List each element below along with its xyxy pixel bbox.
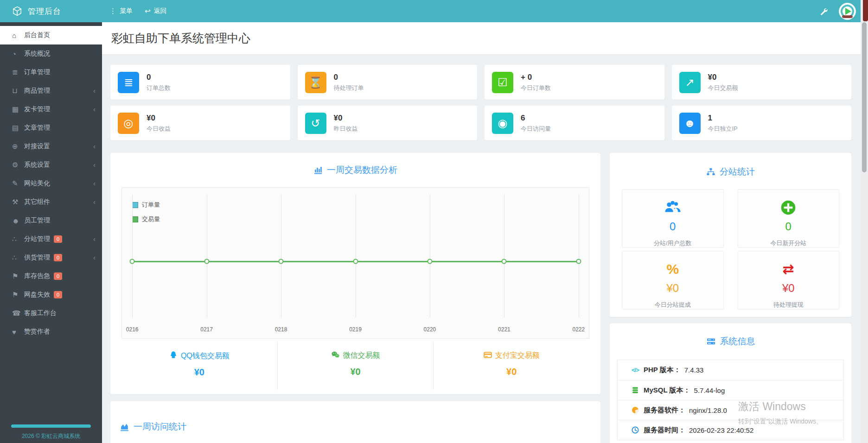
substation-value: 0: [622, 220, 723, 233]
sidebar-item-15[interactable]: ⚑网盘失效0: [0, 285, 102, 304]
sidebar-item-16[interactable]: ☎客服工作台: [0, 304, 102, 323]
sysinfo-value: 2026-02-23 22:40:52: [689, 426, 753, 434]
stat-text: ¥0今日交易额: [708, 73, 738, 92]
substation-title: 分站统计: [610, 166, 851, 178]
chart-legend: 订单量交易量: [132, 201, 160, 229]
gauge-icon: ◔: [12, 50, 24, 58]
sidebar-item-7[interactable]: ⊕对接设置‹: [0, 137, 102, 156]
sysinfo-row-3: 服务器软件：nginx/1.28.0: [618, 400, 843, 420]
payment-value: ¥0: [121, 367, 277, 378]
sysinfo-row-1: </>PHP 版本：7.4.33: [618, 360, 843, 380]
payment-title: 微信交易额: [331, 351, 380, 361]
payment-summary-row: QQ钱包交易额¥0微信交易额¥0支付宝交易额¥0: [121, 342, 589, 390]
scrollbar-thumb[interactable]: [862, 22, 867, 172]
visits-chart-title: 一周访问统计: [120, 421, 600, 433]
sidebar-item-9[interactable]: ✎网站美化‹: [0, 174, 102, 193]
server-software-icon: [632, 406, 644, 414]
sidebar-item-label: 员工管理: [24, 216, 50, 225]
sidebar-item-5[interactable]: ▦发卡管理‹: [0, 100, 102, 119]
wrench-icon[interactable]: [820, 7, 828, 15]
payment-label: 微信交易额: [343, 351, 380, 361]
payment-label: QQ钱包交易额: [181, 351, 230, 361]
home-icon: ⌂: [12, 32, 24, 39]
stat-card-2: ⌛0待处理订单: [298, 65, 478, 100]
data-point-marker: [130, 259, 135, 264]
chevron-left-icon: ‹: [93, 143, 96, 150]
substation-label: 待处理提现: [738, 301, 839, 309]
clock-icon: [632, 426, 644, 434]
stat-value: ¥0: [147, 114, 171, 123]
legend-swatch: [132, 216, 138, 222]
sidebar-item-14[interactable]: ⚑库存告急0: [0, 267, 102, 285]
chart-gridline: [356, 194, 356, 318]
exchange-icon: ⇄: [738, 260, 839, 278]
stat-text: 1今日独立IP: [708, 114, 738, 133]
sidebar-item-12[interactable]: ∴分站管理0‹: [0, 230, 102, 248]
sidebar-item-label: 商品管理: [24, 87, 50, 95]
menu-button[interactable]: ⋮ 菜单: [109, 7, 133, 15]
trade-chart-title-text: 一周交易数据分析: [327, 164, 397, 176]
stat-value: 1: [708, 114, 738, 123]
sidebar-item-4[interactable]: ⊔商品管理‹: [0, 82, 102, 100]
substation-box-4: ⇄¥0待处理提现: [738, 251, 840, 310]
heart-icon: ♥: [12, 328, 24, 336]
cube-logo-icon: [12, 6, 22, 16]
stat-label: 待处理订单: [334, 84, 364, 92]
sitemap-icon: ∴: [12, 235, 24, 243]
sidebar-item-11[interactable]: ☻员工管理: [0, 211, 102, 230]
sysinfo-row-2: MySQL 版本：5.7.44-log: [618, 380, 843, 400]
sidebar-item-label: 发卡管理: [24, 105, 50, 114]
sysinfo-value: nginx/1.28.0: [689, 406, 727, 414]
sysinfo-label: PHP 版本：: [644, 366, 681, 374]
legend-item: 交易量: [132, 215, 160, 223]
stat-text: ¥0昨日收益: [334, 114, 358, 133]
sidebar-item-label: 库存告急: [24, 272, 50, 280]
sidebar-item-6[interactable]: ▤文章管理: [0, 119, 102, 137]
sysinfo-value: 5.7.44-log: [694, 386, 725, 394]
trend-chart-icon: ↗: [679, 72, 701, 93]
sysinfo-label: 服务器时间：: [644, 426, 685, 435]
stat-label: 订单总数: [147, 84, 171, 92]
qq-icon: [169, 351, 178, 361]
stat-value: 0: [147, 73, 171, 82]
sysinfo-label: MySQL 版本：: [644, 386, 690, 395]
substation-value: 0: [738, 220, 839, 233]
sidebar-item-3[interactable]: ≣订单管理: [0, 63, 102, 82]
sidebar-footer: 2026 © 彩虹云商城系统: [0, 424, 102, 440]
back-button[interactable]: ↩ 返回: [145, 7, 167, 15]
substation-value: ¥0: [738, 282, 839, 295]
avatar[interactable]: [839, 3, 856, 20]
data-point-marker: [576, 259, 581, 264]
sysinfo-list: </>PHP 版本：7.4.33MySQL 版本：5.7.44-log服务器软件…: [617, 360, 844, 440]
sidebar-item-13[interactable]: ∴供货管理0‹: [0, 248, 102, 267]
sidebar: ⌂后台首页◔系统概况≣订单管理⊔商品管理‹▦发卡管理‹▤文章管理⊕对接设置‹⚙系…: [0, 22, 102, 443]
sidebar-item-10[interactable]: ⚒其它组件‹: [0, 193, 102, 211]
page-title-band: 彩虹自助下单系统管理中心: [102, 22, 861, 55]
substation-card: 分站统计 0分站/用户总数0今日新开分站%¥0今日分站提成⇄¥0待处理提现: [610, 153, 851, 317]
sidebar-item-17[interactable]: ♥赞赏作者: [0, 323, 102, 341]
brush-icon: ✎: [12, 179, 24, 188]
sidebar-item-1[interactable]: ⌂后台首页: [0, 26, 102, 44]
sidebar-item-8[interactable]: ⚙系统设置‹: [0, 156, 102, 174]
wechat-icon: [331, 351, 340, 361]
page-title: 彩虹自助下单系统管理中心: [111, 31, 250, 46]
money-icon: ◎: [118, 113, 139, 134]
stat-card-1: ≣0订单总数: [110, 65, 290, 100]
sysinfo-row-4: 服务器时间：2026-02-23 22:40:52: [618, 420, 843, 440]
substation-label: 今日分站提成: [622, 301, 723, 309]
back-button-label: 返回: [154, 7, 167, 15]
copyright-text: 2026 © 彩虹云商城系统: [0, 432, 102, 440]
sysinfo-title-text: 系统信息: [720, 335, 755, 348]
legend-label: 交易量: [142, 215, 160, 223]
order-list-icon: ≣: [118, 72, 139, 93]
card-grid-icon: ▦: [12, 105, 24, 114]
sysinfo-label: 服务器软件：: [644, 406, 685, 415]
stat-value: ¥0: [708, 73, 738, 82]
code-icon: </>: [632, 367, 644, 373]
sidebar-item-label: 订单管理: [24, 68, 50, 76]
plus-circle-icon: [738, 199, 839, 216]
sitemap-icon: ∴: [12, 253, 24, 262]
stat-text: 6今日访问量: [521, 114, 551, 133]
sidebar-item-2[interactable]: ◔系统概况: [0, 44, 102, 63]
sidebar-item-label: 供货管理: [24, 253, 50, 262]
